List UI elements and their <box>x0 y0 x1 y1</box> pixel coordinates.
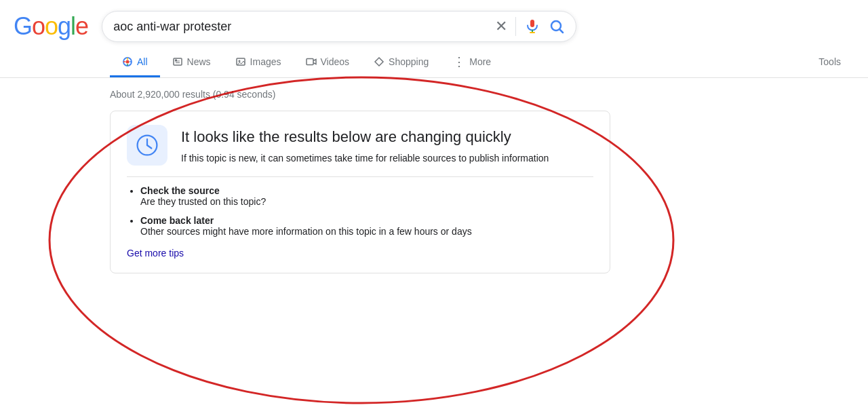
tab-all-label: All <box>137 56 148 67</box>
info-subtitle: If this topic is new, it can sometimes t… <box>181 151 549 166</box>
info-text: It looks like the results below are chan… <box>181 125 549 166</box>
tip-check-source-title: Check the source <box>140 185 220 196</box>
search-input[interactable] <box>113 20 487 34</box>
search-bar[interactable]: ✕ <box>102 11 576 42</box>
tip-check-source-desc: Are they trusted on this topic? <box>140 196 266 207</box>
svg-rect-17 <box>307 59 313 65</box>
clock-icon-wrapper <box>127 125 167 166</box>
tab-shopping-label: Shopping <box>389 56 429 67</box>
logo-o2: o <box>45 12 58 40</box>
tab-shopping[interactable]: Shopping <box>361 48 441 77</box>
tab-images-label: Images <box>250 56 281 67</box>
tab-tools[interactable]: Tools <box>806 48 868 77</box>
search-divider <box>515 17 516 36</box>
search-icons: ✕ <box>495 17 565 36</box>
images-tab-icon <box>235 56 246 67</box>
logo-g: G <box>14 12 32 40</box>
tab-more[interactable]: ⋮ More <box>441 47 503 78</box>
tab-news[interactable]: News <box>160 48 223 77</box>
videos-tab-icon <box>306 56 317 67</box>
info-box: It looks like the results below are chan… <box>110 111 610 273</box>
info-divider <box>127 176 593 177</box>
shopping-tab-icon <box>374 56 384 67</box>
tab-videos-label: Videos <box>321 56 350 67</box>
tab-videos[interactable]: Videos <box>294 48 362 77</box>
all-tab-icon <box>122 56 133 67</box>
header: Google ✕ <box>0 0 868 47</box>
info-tips: Check the source Are they trusted on thi… <box>127 185 593 237</box>
nav-tabs: All News Images Videos <box>0 47 868 78</box>
clock-icon <box>135 133 159 157</box>
logo-e: e <box>75 12 88 40</box>
info-header: It looks like the results below are chan… <box>127 125 593 166</box>
results-area: About 2,920,000 results (0.94 seconds) I… <box>0 78 610 273</box>
info-title: It looks like the results below are chan… <box>181 125 549 147</box>
tab-images[interactable]: Images <box>223 48 294 77</box>
svg-rect-11 <box>174 58 182 65</box>
tab-more-label: More <box>469 56 491 67</box>
tip-come-back: Come back later Other sources might have… <box>140 215 593 237</box>
logo-o1: o <box>32 12 45 40</box>
news-tab-icon <box>172 56 183 67</box>
svg-line-4 <box>560 30 564 33</box>
svg-rect-14 <box>175 60 177 62</box>
tip-come-back-title: Come back later <box>140 215 214 226</box>
search-submit-icon[interactable] <box>549 18 565 35</box>
tab-news-label: News <box>187 56 211 67</box>
google-logo: Google <box>14 12 88 41</box>
svg-point-6 <box>126 60 130 64</box>
svg-rect-0 <box>530 20 534 27</box>
tip-come-back-desc: Other sources might have more informatio… <box>140 226 472 237</box>
clear-icon[interactable]: ✕ <box>495 18 507 35</box>
svg-point-16 <box>238 60 240 62</box>
results-count: About 2,920,000 results (0.94 seconds) <box>110 83 610 111</box>
tip-check-source: Check the source Are they trusted on thi… <box>140 185 593 207</box>
tab-all[interactable]: All <box>110 48 160 77</box>
logo-g2: g <box>58 12 71 40</box>
more-dots-icon: ⋮ <box>453 56 465 68</box>
mic-icon[interactable] <box>524 18 540 35</box>
tab-tools-label: Tools <box>818 56 841 67</box>
svg-line-20 <box>147 145 151 149</box>
more-tips-link[interactable]: Get more tips <box>127 248 184 259</box>
